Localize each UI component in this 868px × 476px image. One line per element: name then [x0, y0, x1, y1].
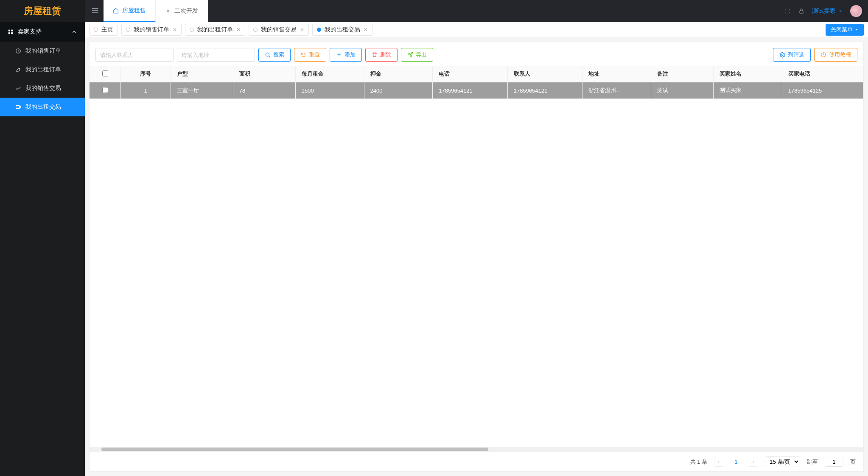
avatar[interactable] — [850, 5, 862, 17]
sidebar-item-label: 我的出租订单 — [25, 66, 61, 73]
delete-label: 删除 — [380, 51, 391, 59]
cell-deposit: 2400 — [364, 82, 433, 99]
caret-down-icon — [854, 28, 859, 32]
address-input[interactable] — [177, 48, 255, 62]
leaf-icon — [15, 67, 21, 73]
clock-icon — [820, 52, 826, 58]
col-header-area[interactable]: 面积 — [233, 66, 295, 82]
sidebar-group-toggle[interactable]: 卖家支持 — [0, 22, 85, 42]
tutorial-button[interactable]: 使用教程 — [814, 48, 857, 62]
topnav-tab-house[interactable]: 房屋租售 — [104, 0, 156, 22]
home-icon — [113, 8, 119, 14]
sidebar-toggle-button[interactable] — [91, 6, 99, 16]
col-header-address[interactable]: 地址 — [582, 66, 651, 82]
close-menu-button[interactable]: 关闭菜单 — [826, 24, 864, 36]
select-all-checkbox[interactable] — [102, 70, 108, 76]
svg-point-24 — [781, 54, 783, 56]
current-page[interactable]: 1 — [730, 457, 742, 466]
col-header-contact[interactable]: 联系人 — [507, 66, 582, 82]
dashboard-icon — [8, 29, 14, 35]
col-header-phone[interactable]: 电话 — [433, 66, 507, 82]
topnav-tab-label: 房屋租售 — [122, 7, 146, 14]
svg-point-10 — [167, 10, 169, 12]
prev-page-button[interactable]: ‹ — [714, 457, 723, 467]
tutorial-label: 使用教程 — [829, 51, 851, 59]
user-name: 测试卖家 — [812, 7, 836, 15]
send-icon — [407, 52, 413, 58]
reset-label: 重置 — [309, 51, 320, 59]
close-icon[interactable]: ✕ — [236, 27, 241, 33]
column-filter-label: 列筛选 — [788, 51, 804, 59]
sun-icon — [165, 8, 171, 14]
close-icon[interactable]: ✕ — [173, 27, 177, 33]
topnav-tab-label: 二次开发 — [174, 7, 198, 15]
topnav-tab-dev[interactable]: 二次开发 — [156, 0, 208, 22]
page-size-select[interactable]: 15 条/页 — [765, 456, 800, 467]
sidebar-group-label: 卖家支持 — [18, 28, 42, 36]
svg-rect-15 — [800, 11, 803, 13]
delete-button[interactable]: 删除 — [365, 48, 398, 62]
search-button[interactable]: 搜索 — [258, 48, 291, 62]
svg-line-19 — [269, 56, 270, 57]
pagetab-sales-orders[interactable]: 我的销售订单 ✕ — [121, 24, 182, 36]
svg-rect-3 — [11, 32, 13, 34]
pagetab-sales-trades[interactable]: 我的销售交易 ✕ — [249, 24, 309, 36]
export-button[interactable]: 导出 — [401, 48, 433, 62]
svg-marker-17 — [856, 29, 858, 30]
col-header-buyer-name[interactable]: 买家姓名 — [713, 66, 782, 82]
reset-button[interactable]: 重置 — [294, 48, 326, 62]
pagetab-rent-orders[interactable]: 我的出租订单 ✕ — [185, 24, 245, 36]
lock-icon[interactable] — [798, 8, 804, 14]
cell-phone: 17859654121 — [433, 82, 507, 99]
col-header-remark[interactable]: 备注 — [651, 66, 713, 82]
tab-dot-icon — [317, 28, 321, 32]
gear-icon — [779, 52, 785, 58]
svg-rect-2 — [8, 32, 10, 34]
col-header-index[interactable]: 序号 — [121, 66, 171, 82]
cell-remark: 测试 — [651, 82, 713, 99]
cell-housetype: 三室一厅 — [171, 82, 233, 99]
cell-index: 1 — [121, 82, 171, 99]
close-menu-label: 关闭菜单 — [831, 26, 853, 34]
pagetab-label: 我的销售交易 — [261, 26, 297, 34]
table-row[interactable]: 1 三室一厅 78 1500 2400 17859654121 17859654… — [90, 82, 863, 99]
col-header-housetype[interactable]: 户型 — [171, 66, 233, 82]
close-icon[interactable]: ✕ — [300, 27, 304, 33]
user-menu[interactable]: 测试卖家 — [812, 7, 843, 15]
cell-buyer-name: 测试买家 — [713, 82, 782, 99]
column-filter-button[interactable]: 列筛选 — [773, 48, 811, 62]
scrollbar-thumb[interactable] — [101, 448, 488, 451]
pagetab-home[interactable]: 主页 — [89, 24, 118, 36]
plus-icon — [336, 52, 342, 58]
svg-marker-6 — [20, 106, 20, 108]
tab-dot-icon — [190, 28, 194, 32]
sidebar-item-rent-trades[interactable]: 我的出租交易 — [0, 98, 85, 116]
row-checkbox[interactable] — [102, 87, 108, 93]
cell-buyer-phone: 17859654125 — [782, 82, 863, 99]
horizontal-scrollbar[interactable] — [90, 447, 863, 452]
pagetab-rent-trades[interactable]: 我的出租交易 ✕ — [312, 24, 372, 36]
tab-dot-icon — [253, 28, 258, 32]
jump-page-input[interactable] — [825, 457, 843, 467]
caret-down-icon — [838, 9, 843, 13]
cell-area: 78 — [233, 82, 295, 99]
clock-icon — [15, 48, 21, 54]
col-header-monthly-rent[interactable]: 每月租金 — [295, 66, 364, 82]
pagetab-label: 我的出租订单 — [197, 26, 233, 34]
sidebar-item-sales-trades[interactable]: 我的销售交易 — [0, 79, 85, 98]
close-icon[interactable]: ✕ — [364, 27, 368, 33]
add-button[interactable]: 添加 — [330, 48, 362, 62]
svg-rect-5 — [16, 106, 20, 109]
fullscreen-icon[interactable] — [785, 8, 791, 14]
next-page-button[interactable]: › — [749, 457, 758, 467]
tab-dot-icon — [126, 28, 130, 32]
col-header-deposit[interactable]: 押金 — [364, 66, 433, 82]
svg-point-18 — [266, 53, 269, 56]
total-count: 共 1 条 — [690, 458, 707, 466]
pagetab-label: 主页 — [101, 26, 113, 34]
svg-rect-1 — [11, 30, 13, 31]
sidebar-item-sales-orders[interactable]: 我的销售订单 — [0, 42, 85, 60]
col-header-buyer-phone[interactable]: 买家电话 — [782, 66, 863, 82]
contact-input[interactable] — [95, 48, 174, 62]
sidebar-item-rent-orders[interactable]: 我的出租订单 — [0, 60, 85, 79]
